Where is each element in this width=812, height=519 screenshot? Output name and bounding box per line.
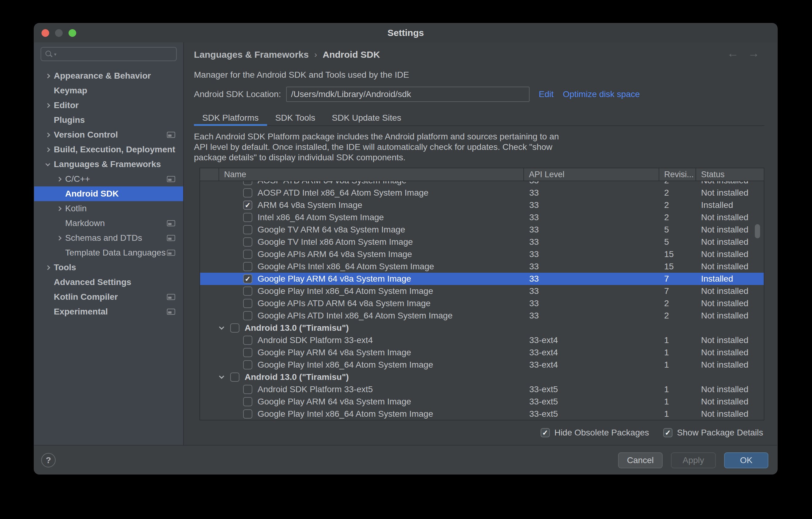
row-checkbox[interactable] [243,188,252,197]
row-checkbox[interactable] [243,286,252,296]
sdk-location-input[interactable] [286,87,529,102]
sidebar-item-label: Kotlin Compiler [54,292,118,302]
table-row[interactable]: Google Play ARM 64 v8a System Image33-ex… [200,346,764,359]
table-row[interactable]: Google APIs Intel x86_64 Atom System Ima… [200,261,764,273]
sidebar-item-build-execution-deployment[interactable]: Build, Execution, Deployment [34,142,183,157]
api-level-cell: 33 [524,311,659,320]
help-button[interactable]: ? [41,453,56,467]
forward-icon[interactable]: → [748,47,759,60]
sidebar-item-languages-frameworks[interactable]: Languages & Frameworks [34,157,183,172]
row-checkbox[interactable]: ✓ [243,201,252,210]
row-checkbox[interactable] [243,311,252,320]
row-checkbox[interactable] [243,348,252,357]
row-checkbox[interactable] [243,360,252,369]
sidebar-item-experimental[interactable]: Experimental [34,304,183,319]
table-row[interactable]: Google Play Intel x86_64 Atom System Ima… [200,359,764,371]
table-row[interactable]: Google TV Intel x86 Atom System Image335… [200,236,764,248]
row-checkbox[interactable] [243,237,252,247]
sidebar-item-android-sdk[interactable]: Android SDK [34,186,183,201]
table-scrollbar-thumb[interactable] [755,224,760,238]
status-cell: Not installed [696,385,764,394]
column-header-api-level[interactable]: API Level [524,168,659,181]
column-header-revision[interactable]: Revisi... [659,168,696,181]
row-checkbox[interactable] [230,324,239,333]
package-name: Google Play Intel x86_64 Atom System Ima… [258,409,433,419]
tab-sdk-update-sites[interactable]: SDK Update Sites [324,111,410,125]
optimize-disk-space-link[interactable]: Optimize disk space [563,89,640,99]
sidebar-item-schemas-and-dtds[interactable]: Schemas and DTDs [34,231,183,245]
back-icon[interactable]: ← [727,47,738,60]
column-header-name[interactable]: Name [219,168,524,181]
sidebar-item-label: Plugins [54,115,85,125]
sidebar-item-label: C/C++ [65,174,90,184]
column-header-status[interactable]: Status [696,168,764,181]
sidebar-item-c-c[interactable]: C/C++ [34,172,183,186]
row-checkbox[interactable]: ✓ [243,274,252,283]
sidebar-item-advanced-settings[interactable]: Advanced Settings [34,275,183,289]
option-hide-obsolete-packages[interactable]: ✓Hide Obsolete Packages [541,428,649,438]
table-group-row[interactable]: Android 13.0 ("Tiramisu") [200,322,764,334]
option-checkbox[interactable]: ✓ [663,428,672,437]
chevron-down-icon[interactable] [219,325,224,330]
close-button[interactable] [41,29,49,37]
row-checkbox[interactable] [243,409,252,419]
edit-link[interactable]: Edit [539,89,553,99]
table-row[interactable]: Android SDK Platform 33-ext433-ext41Not … [200,334,764,346]
table-row[interactable]: AOSP ATD ARM 64 v8a System Image332Not i… [200,181,764,187]
api-level-cell: 33 [524,274,659,284]
sidebar-item-kotlin-compiler[interactable]: Kotlin Compiler [34,289,183,304]
sidebar-item-plugins[interactable]: Plugins [34,113,183,127]
revision-cell: 1 [659,397,696,406]
ok-button[interactable]: OK [724,452,768,468]
api-level-cell: 33 [524,262,659,272]
table-row[interactable]: Google APIs ATD Intel x86_64 Atom System… [200,310,764,322]
row-checkbox[interactable] [243,250,252,259]
sidebar-item-editor[interactable]: Editor [34,98,183,113]
api-level-cell: 33 [524,200,659,210]
table-row[interactable]: Google Play ARM 64 v8a System Image33-ex… [200,396,764,408]
row-checkbox[interactable] [243,225,252,234]
sidebar-item-markdown[interactable]: Markdown [34,216,183,231]
row-checkbox[interactable] [230,372,239,382]
tab-sdk-tools[interactable]: SDK Tools [267,111,324,125]
cancel-button[interactable]: Cancel [618,452,663,468]
row-checkbox[interactable] [243,385,252,394]
sidebar-search-input[interactable]: ▾ [40,47,177,61]
table-row[interactable]: Google APIs ARM 64 v8a System Image3315N… [200,248,764,261]
chevron-down-icon[interactable] [219,374,224,379]
option-show-package-details[interactable]: ✓Show Package Details [663,428,763,438]
sidebar-item-version-control[interactable]: Version Control [34,127,183,142]
table-row[interactable]: Google TV ARM 64 v8a System Image335Not … [200,223,764,236]
sidebar-item-label: Schemas and DTDs [65,233,142,243]
table-header: Name API Level Revisi... Status [200,168,764,181]
sidebar-item-kotlin[interactable]: Kotlin [34,201,183,216]
table-row[interactable]: Google Play Intel x86_64 Atom System Ima… [200,408,764,420]
apply-button[interactable]: Apply [671,452,716,468]
row-checkbox[interactable] [243,181,252,185]
column-header-tree[interactable] [200,168,219,181]
table-body: AOSP ATD ARM 64 v8a System Image332Not i… [200,181,764,420]
table-row[interactable]: Google Play Intel x86_64 Atom System Ima… [200,285,764,297]
row-checkbox[interactable] [243,299,252,308]
row-checkbox[interactable] [243,213,252,222]
table-row[interactable]: Google APIs ATD ARM 64 v8a System Image3… [200,297,764,310]
table-row[interactable]: Intel x86_64 Atom System Image332Not ins… [200,211,764,223]
sidebar-item-appearance-behavior[interactable]: Appearance & Behavior [34,68,183,83]
option-checkbox[interactable]: ✓ [541,428,550,437]
sidebar-item-keymap[interactable]: Keymap [34,83,183,98]
table-row[interactable]: AOSP ATD Intel x86_64 Atom System Image3… [200,187,764,199]
minimize-button[interactable] [55,29,63,37]
sidebar-item-template-data-languages[interactable]: Template Data Languages [34,245,183,260]
table-row[interactable]: Android SDK Platform 33-ext533-ext51Not … [200,383,764,396]
table-group-row[interactable]: Android 13.0 ("Tiramisu") [200,371,764,383]
breadcrumb-parent[interactable]: Languages & Frameworks [194,50,309,60]
row-checkbox[interactable] [243,336,252,345]
table-row[interactable]: ✓ARM 64 v8a System Image332Installed [200,199,764,211]
zoom-button[interactable] [68,29,76,37]
tab-sdk-platforms[interactable]: SDK Platforms [194,111,267,125]
table-row[interactable]: ✓Google Play ARM 64 v8a System Image337I… [200,273,764,285]
row-checkbox[interactable] [243,397,252,406]
sidebar-item-tools[interactable]: Tools [34,260,183,275]
api-level-cell: 33 [524,299,659,308]
row-checkbox[interactable] [243,262,252,271]
